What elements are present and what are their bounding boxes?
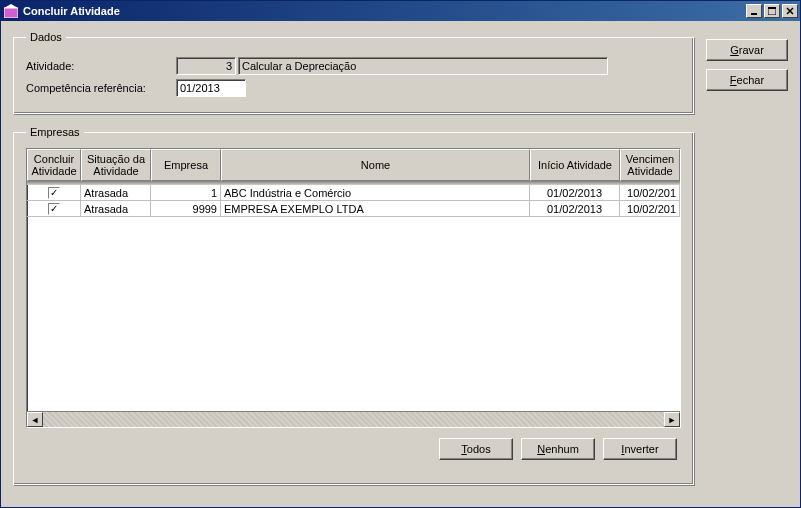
checkbox[interactable]: ✓	[48, 203, 60, 215]
table-row[interactable]: ✓Atrasada1ABC Indústria e Comércio01/02/…	[27, 185, 680, 201]
cell-vencimento: 10/02/201	[620, 185, 680, 200]
cell-situacao: Atrasada	[81, 201, 151, 216]
atividade-label: Atividade:	[26, 60, 176, 72]
header-concluir[interactable]: Concluir Atividade	[27, 149, 81, 181]
checkbox[interactable]: ✓	[48, 187, 60, 199]
table-row[interactable]: ✓Atrasada9999EMPRESA EXEMPLO LTDA01/02/2…	[27, 201, 680, 217]
content: Dados Atividade: 3 Calcular a Depreciaçã…	[1, 21, 800, 507]
scroll-left-button[interactable]: ◄	[27, 412, 43, 427]
close-button[interactable]	[782, 4, 798, 18]
header-empresa[interactable]: Empresa	[151, 149, 221, 181]
svg-marker-1	[4, 4, 18, 8]
empresas-grid: Concluir Atividade Situação da Atividade…	[26, 148, 681, 428]
cell-situacao: Atrasada	[81, 185, 151, 200]
window-title: Concluir Atividade	[23, 5, 746, 17]
titlebar[interactable]: Concluir Atividade	[1, 1, 800, 21]
nenhum-button[interactable]: Nenhum	[521, 438, 595, 460]
dados-legend: Dados	[26, 31, 66, 43]
svg-rect-0	[4, 8, 18, 18]
window-controls	[746, 4, 798, 18]
competencia-valor[interactable]: 01/2013	[176, 79, 246, 97]
selection-buttons: Todos Nenhum Inverter	[26, 428, 681, 462]
cell-concluir[interactable]: ✓	[27, 185, 81, 200]
empresas-group: Empresas Concluir Atividade Situação da …	[13, 126, 694, 485]
competencia-row: Competência referência: 01/2013	[26, 79, 681, 97]
window: Concluir Atividade Dados Atividade: 3 Ca…	[0, 0, 801, 508]
inverter-button[interactable]: Inverter	[603, 438, 677, 460]
app-icon	[3, 3, 19, 19]
header-vencimento[interactable]: Vencimen Atividade	[620, 149, 680, 181]
competencia-label: Competência referência:	[26, 82, 176, 94]
maximize-button[interactable]	[764, 4, 780, 18]
atividade-row: Atividade: 3 Calcular a Depreciação	[26, 57, 681, 75]
scroll-right-button[interactable]: ►	[664, 412, 680, 427]
cell-inicio: 01/02/2013	[530, 201, 620, 216]
minimize-button[interactable]	[746, 4, 762, 18]
todos-button[interactable]: Todos	[439, 438, 513, 460]
cell-nome: ABC Indústria e Comércio	[221, 185, 530, 200]
grid-rows: ✓Atrasada1ABC Indústria e Comércio01/02/…	[27, 185, 680, 411]
grid-header: Concluir Atividade Situação da Atividade…	[27, 149, 680, 181]
dados-group: Dados Atividade: 3 Calcular a Depreciaçã…	[13, 31, 694, 114]
cell-empresa: 1	[151, 185, 221, 200]
cell-vencimento: 10/02/201	[620, 201, 680, 216]
cell-nome: EMPRESA EXEMPLO LTDA	[221, 201, 530, 216]
atividade-descricao: Calcular a Depreciação	[238, 57, 608, 75]
scroll-track[interactable]	[43, 412, 664, 427]
horizontal-scrollbar[interactable]: ◄ ►	[27, 411, 680, 427]
header-situacao[interactable]: Situação da Atividade	[81, 149, 151, 181]
atividade-codigo: 3	[176, 57, 236, 75]
svg-rect-2	[751, 13, 757, 15]
left-column: Dados Atividade: 3 Calcular a Depreciaçã…	[13, 31, 694, 497]
fechar-button[interactable]: Fechar	[706, 69, 788, 91]
gravar-button[interactable]: Gravar	[706, 39, 788, 61]
empresas-legend: Empresas	[26, 126, 84, 138]
svg-rect-4	[768, 7, 776, 9]
header-inicio[interactable]: Início Atividade	[530, 149, 620, 181]
cell-inicio: 01/02/2013	[530, 185, 620, 200]
cell-concluir[interactable]: ✓	[27, 201, 81, 216]
right-column: Gravar Fechar	[706, 31, 788, 497]
cell-empresa: 9999	[151, 201, 221, 216]
header-nome[interactable]: Nome	[221, 149, 530, 181]
